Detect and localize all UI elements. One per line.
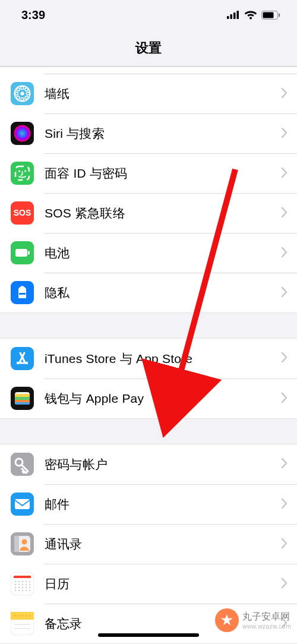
wifi-icon: [244, 10, 257, 20]
siri-icon: [11, 122, 34, 145]
svg-point-44: [29, 581, 31, 583]
row-label: 备忘录: [45, 615, 83, 632]
svg-point-14: [17, 88, 20, 91]
row-siri[interactable]: Siri 与搜索: [0, 113, 297, 153]
settings-list[interactable]: 辅助功能墙纸Siri 与搜索面容 ID 与密码SOSSOS 紧急联络电池隐私iT…: [0, 67, 297, 644]
faceid-icon: [11, 162, 34, 185]
svg-point-37: [22, 539, 27, 545]
svg-rect-24: [28, 251, 30, 255]
key-icon: [11, 453, 34, 476]
svg-point-55: [15, 590, 17, 592]
contacts-icon: [11, 532, 34, 555]
svg-point-17: [25, 96, 28, 99]
row-mail[interactable]: 邮件: [0, 484, 297, 524]
watermark: ★ 丸子安卓网 www.wzazw.com: [215, 608, 291, 632]
row-contacts[interactable]: 通讯录: [0, 524, 297, 564]
svg-point-11: [21, 98, 24, 101]
svg-point-48: [26, 584, 27, 586]
svg-point-63: [18, 615, 20, 617]
battery-icon: [261, 11, 280, 20]
notes-icon: [11, 612, 34, 635]
svg-point-21: [24, 170, 26, 172]
svg-rect-23: [15, 249, 27, 257]
svg-point-65: [26, 615, 27, 617]
row-label: 日历: [45, 576, 69, 592]
privacy-icon: [11, 281, 34, 304]
row-sos[interactable]: SOSSOS 紧急联络: [0, 193, 297, 233]
svg-rect-5: [263, 12, 274, 18]
svg-point-58: [26, 590, 27, 592]
status-bar: 3:39: [0, 0, 297, 30]
row-label: 钱包与 Apple Pay: [45, 390, 144, 407]
svg-point-13: [27, 92, 30, 95]
row-label: 墙纸: [45, 86, 69, 102]
svg-point-66: [29, 615, 31, 617]
row-label: SOS 紧急联络: [45, 205, 125, 222]
svg-rect-6: [279, 13, 280, 17]
sos-icon: SOS: [11, 201, 34, 225]
svg-point-47: [22, 584, 24, 586]
row-label: 电池: [45, 245, 69, 261]
svg-point-20: [18, 170, 20, 172]
settings-group: 辅助功能墙纸Siri 与搜索面容 ID 与密码SOSSOS 紧急联络电池隐私: [0, 67, 297, 313]
row-label: Siri 与搜索: [45, 125, 105, 142]
svg-rect-0: [227, 16, 229, 19]
svg-point-62: [15, 615, 17, 617]
svg-point-10: [21, 87, 24, 90]
svg-rect-38: [11, 572, 34, 595]
svg-point-49: [29, 584, 31, 586]
status-indicators: [227, 10, 280, 20]
row-label: 隐私: [45, 285, 69, 301]
chevron-right-icon: [282, 498, 287, 511]
row-label: iTunes Store 与 App Store: [45, 351, 192, 367]
row-wallpaper[interactable]: 墙纸: [0, 74, 297, 113]
svg-point-26: [17, 362, 19, 364]
status-time: 3:39: [21, 8, 227, 22]
svg-point-64: [22, 615, 24, 617]
row-label: 面容 ID 与密码: [45, 165, 127, 182]
row-privacy[interactable]: 隐私: [0, 273, 297, 312]
svg-rect-39: [14, 576, 31, 578]
row-label: 邮件: [45, 496, 69, 513]
svg-point-41: [18, 581, 20, 583]
watermark-url: www.wzazw.com: [242, 623, 291, 630]
svg-point-54: [29, 587, 31, 589]
svg-point-15: [25, 88, 28, 91]
page-title: 设置: [135, 39, 162, 57]
svg-point-43: [26, 581, 27, 583]
chevron-right-icon: [282, 578, 287, 591]
svg-point-18: [14, 125, 31, 142]
home-indicator[interactable]: [98, 633, 199, 637]
chevron-right-icon: [282, 207, 287, 220]
row-passwords[interactable]: 密码与帐户: [0, 444, 297, 484]
row-accessibility[interactable]: 辅助功能: [0, 67, 297, 74]
svg-point-9: [21, 92, 24, 96]
watermark-badge: ★: [215, 608, 239, 632]
wallpaper-icon: [11, 82, 34, 105]
svg-point-46: [18, 584, 20, 586]
svg-point-59: [29, 590, 31, 592]
svg-point-51: [18, 587, 20, 589]
row-itunes[interactable]: iTunes Store 与 App Store: [0, 339, 297, 378]
chevron-right-icon: [282, 287, 287, 299]
svg-point-45: [15, 584, 17, 586]
svg-point-53: [26, 587, 27, 589]
row-battery[interactable]: 电池: [0, 233, 297, 273]
nav-bar: 设置: [0, 30, 297, 67]
settings-group: iTunes Store 与 App Store钱包与 Apple Pay: [0, 338, 297, 419]
svg-point-27: [26, 362, 28, 364]
chevron-right-icon: [282, 458, 287, 471]
row-wallet[interactable]: 钱包与 Apple Pay: [0, 378, 297, 418]
chevron-right-icon: [282, 393, 287, 405]
svg-rect-3: [237, 11, 239, 19]
row-label: 密码与帐户: [45, 456, 108, 473]
battery-icon: [11, 241, 34, 264]
chevron-right-icon: [282, 88, 287, 100]
svg-point-42: [22, 581, 24, 583]
row-faceid[interactable]: 面容 ID 与密码: [0, 153, 297, 193]
row-calendar[interactable]: 日历: [0, 564, 297, 604]
svg-rect-32: [15, 402, 30, 405]
watermark-brand: 丸子安卓网: [242, 611, 291, 623]
svg-point-16: [17, 96, 20, 99]
cellular-icon: [227, 11, 240, 19]
